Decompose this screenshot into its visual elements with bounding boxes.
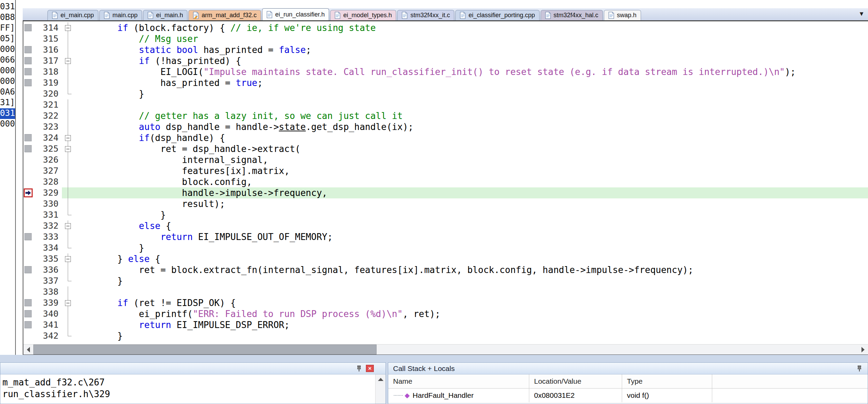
fold-toggle-icon[interactable] [65, 300, 71, 306]
close-icon[interactable]: × [366, 365, 374, 372]
breakpoint-gutter[interactable] [23, 77, 34, 88]
fold-toggle-icon[interactable] [65, 25, 71, 31]
code-line[interactable]: 317 if (!has_printed) { [23, 55, 868, 66]
code-text[interactable]: result); [74, 198, 868, 209]
scroll-left-button[interactable] [23, 345, 33, 354]
code-line[interactable]: 321 [23, 99, 868, 110]
code-text[interactable]: handle->impulse->frequency, [74, 187, 868, 198]
tab-overflow-button[interactable]: ▼ [858, 10, 865, 18]
breakpoint-gutter[interactable] [23, 198, 34, 209]
code-line[interactable]: 332 else { [23, 220, 868, 231]
scrollbar-thumb[interactable] [33, 345, 377, 354]
breakpoint-gutter[interactable] [23, 209, 34, 220]
breakpoint-gutter[interactable] [23, 154, 34, 165]
disassembly-line[interactable]: 066 [0, 55, 15, 66]
breakpoint-gutter[interactable] [23, 297, 34, 308]
code-text[interactable]: ret = dsp_handle->extract( [74, 143, 868, 154]
disassembly-strip[interactable]: 031]0B8FF]05]0000660000000A631]031]000 [0, 0, 16, 355]
tab-ei_classifier_porting.cpp[interactable]: ei_classifier_porting.cpp [455, 10, 539, 20]
column-header-type[interactable]: Type [622, 374, 712, 388]
output-panel-scrollbar[interactable] [375, 374, 386, 404]
pushpin-icon[interactable] [856, 365, 863, 372]
output-line[interactable]: m_mat_add_f32.c\267 [2, 376, 375, 388]
code-line[interactable]: 335 } else { [23, 253, 868, 264]
breakpoint-gutter[interactable] [23, 308, 34, 319]
disassembly-line[interactable]: 0B8 [0, 12, 15, 23]
code-text[interactable]: } [74, 88, 868, 99]
code-line[interactable]: 319 has_printed = true; [23, 77, 868, 88]
code-line[interactable]: 325 ret = dsp_handle->extract( [23, 143, 868, 154]
code-text[interactable]: // getter has a lazy init, so we can jus… [74, 110, 868, 121]
code-text[interactable]: } [74, 275, 868, 286]
code-text[interactable]: ei_printf("ERR: Failed to run DSP proces… [74, 308, 868, 319]
code-text[interactable]: } [74, 242, 868, 253]
code-text[interactable]: if (!has_printed) { [74, 55, 868, 66]
breakpoint-gutter[interactable] [23, 55, 34, 66]
disassembly-line[interactable]: 000 [0, 44, 15, 55]
tab-swap.h[interactable]: swap.h [604, 10, 641, 20]
code-line[interactable]: 316 static bool has_printed = false; [23, 44, 868, 55]
disassembly-line[interactable]: 31] [0, 98, 15, 108]
breakpoint-gutter[interactable] [23, 286, 34, 297]
code-text[interactable]: ret = block.extract_fn(internal_signal, … [74, 264, 868, 275]
breakpoint-gutter[interactable] [23, 44, 34, 55]
fold-toggle-icon[interactable] [65, 223, 71, 229]
disassembly-line[interactable]: 031] [0, 2, 15, 12]
disassembly-line[interactable]: 0A6 [0, 87, 15, 98]
code-text[interactable] [74, 286, 868, 297]
tab-ei_model_types.h[interactable]: ei_model_types.h [330, 10, 396, 20]
code-line[interactable]: 337 } [23, 275, 868, 286]
code-line[interactable]: 339 if (ret != EIDSP_OK) { [23, 297, 868, 308]
breakpoint-gutter[interactable] [23, 242, 34, 253]
fold-toggle-icon[interactable] [65, 256, 71, 262]
callstack-panel-header[interactable]: Call Stack + Locals [388, 363, 868, 374]
code-line[interactable]: 320 } [23, 88, 868, 99]
disassembly-line[interactable]: 05] [0, 34, 15, 44]
tab-ei_main.cpp[interactable]: ei_main.cpp [47, 10, 98, 20]
code-text[interactable]: auto dsp_handle = handle->state.get_dsp_… [74, 121, 868, 132]
code-text[interactable]: // Msg user [74, 33, 868, 44]
scroll-right-button[interactable] [858, 345, 868, 354]
code-text[interactable]: has_printed = true; [74, 77, 868, 88]
disassembly-line[interactable]: 031] [0, 108, 15, 119]
code-text[interactable]: return EI_IMPULSE_DSP_ERROR; [74, 319, 868, 330]
code-text[interactable]: EI_LOGI("Impulse maintains state. Call r… [74, 66, 868, 77]
fold-toggle-icon[interactable] [65, 58, 71, 64]
code-line[interactable]: 330 result); [23, 198, 868, 209]
code-line[interactable]: 328 block.config, [23, 176, 868, 187]
breakpoint-gutter[interactable] [23, 143, 34, 154]
tab-stm32f4xx_hal.c[interactable]: stm32f4xx_hal.c [541, 10, 603, 20]
code-area[interactable]: 314 if (block.factory) { // ie, if we're… [23, 21, 868, 345]
code-line[interactable]: 340 ei_printf("ERR: Failed to run DSP pr… [23, 308, 868, 319]
callstack-row[interactable]: ◆HardFault_Handler0x080031E2void f() [388, 389, 868, 403]
horizontal-scrollbar[interactable] [23, 344, 868, 354]
disassembly-line[interactable]: 000 [0, 119, 15, 130]
code-line[interactable]: 324 if(dsp_handle) { [23, 132, 868, 143]
breakpoint-gutter[interactable] [23, 22, 34, 33]
tab-ei_main.h[interactable]: ei_main.h [143, 10, 187, 20]
code-text[interactable]: if(dsp_handle) { [74, 132, 868, 143]
breakpoint-gutter[interactable] [23, 253, 34, 264]
code-text[interactable]: internal_signal, [74, 154, 868, 165]
code-text[interactable]: static bool has_printed = false; [74, 44, 868, 55]
breakpoint-gutter[interactable] [23, 176, 34, 187]
breakpoint-gutter[interactable] [23, 66, 34, 77]
code-line[interactable]: 327 features[ix].matrix, [23, 165, 868, 176]
code-line[interactable]: 341 return EI_IMPULSE_DSP_ERROR; [23, 319, 868, 330]
breakpoint-gutter[interactable] [23, 220, 34, 231]
fold-toggle-icon[interactable] [65, 146, 71, 152]
code-line[interactable]: 318 EI_LOGI("Impulse maintains state. Ca… [23, 66, 868, 77]
breakpoint-gutter[interactable] [23, 264, 34, 275]
code-line[interactable]: 338 [23, 286, 868, 297]
code-text[interactable]: if (ret != EIDSP_OK) { [74, 297, 868, 308]
tab-stm32f4xx_it.c[interactable]: stm32f4xx_it.c [397, 10, 454, 20]
code-line[interactable]: 329 handle->impulse->frequency, [23, 187, 868, 198]
breakpoint-gutter[interactable] [23, 275, 34, 286]
breakpoint-gutter[interactable] [23, 88, 34, 99]
column-header-location-value[interactable]: Location/Value [529, 374, 622, 388]
code-text[interactable]: if (block.factory) { // ie, if we're usi… [74, 22, 868, 33]
code-text[interactable]: else { [74, 220, 868, 231]
output-line[interactable]: run_classifier.h\329 [2, 388, 375, 400]
tab-arm_mat_add_f32.c[interactable]: arm_mat_add_f32.c [188, 10, 261, 20]
breakpoint-gutter[interactable] [23, 319, 34, 330]
